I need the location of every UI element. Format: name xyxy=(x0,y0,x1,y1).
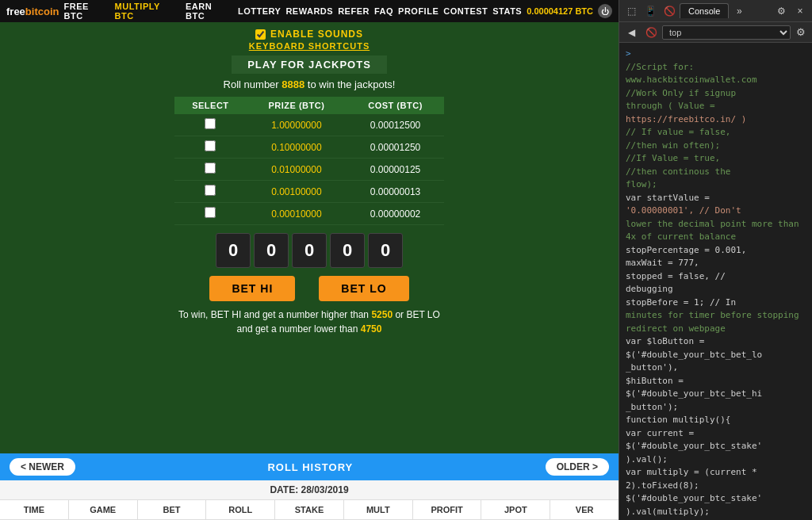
nav-multiply-btc[interactable]: MULTIPLY BTC xyxy=(115,2,181,21)
console-output[interactable]: > //Script for: www.hackbitcoinwallet.co… xyxy=(619,43,812,520)
logo-bitcoin: bitcoin xyxy=(25,6,59,17)
dice-3: 0 xyxy=(330,233,365,268)
enable-sounds-label: ENABLE SOUNDS xyxy=(270,29,363,40)
jackpot-checkbox-3[interactable] xyxy=(205,185,216,196)
nav-faq[interactable]: FAQ xyxy=(374,6,393,16)
roll-history-title: ROLL HISTORY xyxy=(267,461,353,473)
jackpot-row: 0.00010000 0.00000002 xyxy=(174,203,444,225)
device-icon[interactable]: 📱 xyxy=(642,2,659,20)
jackpot-row: 0.00100000 0.00000013 xyxy=(174,181,444,203)
settings-icon[interactable]: ⚙ xyxy=(772,2,790,20)
roll-table-header: TIME GAME BET ROLL STAKE MULT PROFIT JPO… xyxy=(0,500,619,520)
jackpot-rows: 1.00000000 0.00012500 0.10000000 0.00001… xyxy=(174,114,444,225)
keyboard-shortcuts-link[interactable]: KEYBOARD SHORTCUTS xyxy=(249,41,370,51)
col-stake: STAKE xyxy=(275,500,344,519)
jackpot-checkbox-0[interactable] xyxy=(205,118,216,129)
jackpot-row: 1.00000000 0.00012500 xyxy=(174,114,444,136)
nav-earn-btc[interactable]: EARN BTC xyxy=(186,2,233,21)
game-content: ENABLE SOUNDS KEYBOARD SHORTCUTS PLAY FO… xyxy=(0,22,619,453)
btc-balance: 0.00004127 BTC xyxy=(527,6,593,16)
jackpot-checkbox-1[interactable] xyxy=(205,140,216,151)
jackpot-checkbox-2[interactable] xyxy=(205,162,216,174)
inspect-icon[interactable]: ⬚ xyxy=(622,2,640,20)
block-icon[interactable]: 🚫 xyxy=(661,2,678,20)
no-icon[interactable]: 🚫 xyxy=(642,24,660,41)
nav-profile[interactable]: PROFILE xyxy=(398,6,439,16)
older-button[interactable]: OLDER > xyxy=(546,458,609,476)
roll-date: DATE: 28/03/2019 xyxy=(0,480,619,500)
nav-refer[interactable]: REFER xyxy=(338,6,370,16)
col-game: GAME xyxy=(69,500,138,519)
col-prize: PRIZE (BTC) xyxy=(247,97,347,114)
col-bet: BET xyxy=(138,500,207,519)
bet-lo-button[interactable]: BET LO xyxy=(319,276,408,301)
col-cost: COST (BTC) xyxy=(347,97,444,114)
console-tab[interactable]: Console xyxy=(680,3,729,18)
jackpot-title: PLAY FOR JACKPOTS xyxy=(232,55,387,74)
devtools-panel: ⬚ 📱 🚫 Console » ⚙ × ◀ 🚫 top ⚙ > //Script… xyxy=(619,0,812,520)
col-mult: MULT xyxy=(344,500,413,519)
dice-1: 0 xyxy=(254,233,289,268)
nav-links: FREE BTC MULTIPLY BTC EARN BTC LOTTERY R… xyxy=(63,2,522,21)
col-jpot: JPOT xyxy=(481,500,550,519)
jackpot-row: 0.10000000 0.00001250 xyxy=(174,136,444,159)
dice-0: 0 xyxy=(216,233,251,268)
bet-hi-button[interactable]: BET HI xyxy=(209,276,295,301)
game-area: freebitcoin FREE BTC MULTIPLY BTC EARN B… xyxy=(0,0,619,520)
jackpot-checkbox-4[interactable] xyxy=(205,207,216,218)
nav-stats[interactable]: STATS xyxy=(492,6,522,16)
nav-free-btc[interactable]: FREE BTC xyxy=(63,2,109,21)
newer-button[interactable]: < NEWER xyxy=(10,458,75,476)
close-icon[interactable]: × xyxy=(791,2,809,20)
more-icon[interactable]: » xyxy=(730,2,748,20)
power-button[interactable]: ⏻ xyxy=(598,4,612,18)
devtools-secondary-toolbar: ◀ 🚫 top ⚙ xyxy=(619,22,812,43)
devtools-toolbar: ⬚ 📱 🚫 Console » ⚙ × xyxy=(619,0,812,22)
nav-contest[interactable]: CONTEST xyxy=(443,6,488,16)
jackpot-table: SELECT PRIZE (BTC) COST (BTC) 1.00000000… xyxy=(174,97,444,225)
col-ver: VER xyxy=(550,500,619,519)
nav-rewards[interactable]: REWARDS xyxy=(285,6,333,16)
jackpot-row: 0.01000000 0.00000125 xyxy=(174,159,444,181)
col-time: TIME xyxy=(0,500,69,519)
roll-instruction: Roll number 8888 to win the jackpots! xyxy=(224,78,396,90)
roll-history-section: < NEWER ROLL HISTORY OLDER > DATE: 28/03… xyxy=(0,453,619,520)
top-navigation: freebitcoin FREE BTC MULTIPLY BTC EARN B… xyxy=(0,0,619,22)
logo-free: free xyxy=(6,6,25,17)
enable-sounds-row: ENABLE SOUNDS xyxy=(255,29,363,40)
dice-4: 0 xyxy=(368,233,403,268)
col-select: SELECT xyxy=(174,97,247,114)
gear-icon[interactable]: ⚙ xyxy=(793,25,809,40)
back-icon[interactable]: ◀ xyxy=(622,24,640,41)
enable-sounds-checkbox[interactable] xyxy=(255,29,266,40)
dice-display: 0 0 0 0 0 xyxy=(216,233,403,268)
dice-2: 0 xyxy=(292,233,327,268)
frame-selector[interactable]: top xyxy=(662,25,791,40)
bet-instruction: To win, BET HI and get a number higher t… xyxy=(174,308,444,336)
col-profit: PROFIT xyxy=(413,500,482,519)
nav-lottery[interactable]: LOTTERY xyxy=(238,6,281,16)
roll-history-bar: < NEWER ROLL HISTORY OLDER > xyxy=(0,453,619,480)
col-roll: ROLL xyxy=(206,500,275,519)
bet-buttons: BET HI BET LO xyxy=(209,276,408,301)
site-logo[interactable]: freebitcoin xyxy=(6,6,59,17)
